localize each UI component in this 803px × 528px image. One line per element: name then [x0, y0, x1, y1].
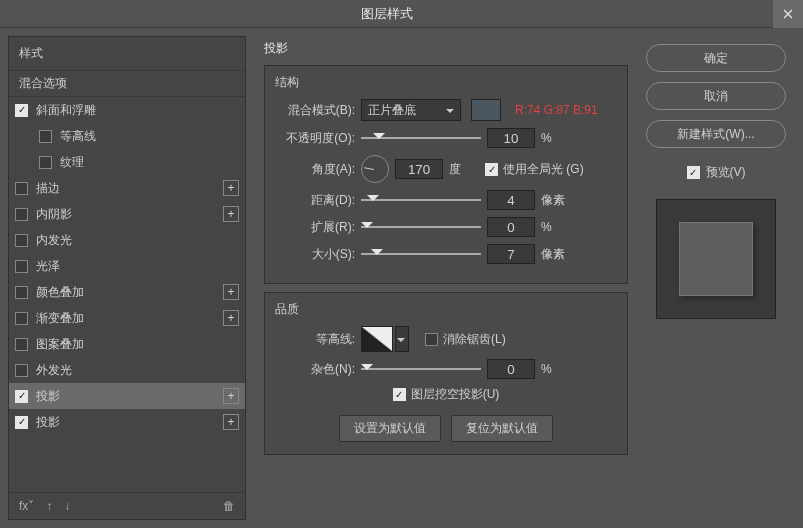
- style-checkbox[interactable]: [39, 130, 52, 143]
- style-checkbox[interactable]: [15, 234, 28, 247]
- distance-slider[interactable]: [361, 192, 481, 208]
- style-item-12[interactable]: 投影+: [9, 409, 245, 435]
- set-default-button[interactable]: 设置为默认值: [339, 415, 441, 442]
- contour-label: 等高线:: [275, 331, 355, 348]
- style-item-8[interactable]: 渐变叠加+: [9, 305, 245, 331]
- style-label: 内发光: [36, 232, 239, 249]
- style-label: 斜面和浮雕: [36, 102, 239, 119]
- style-label: 外发光: [36, 362, 239, 379]
- style-item-2[interactable]: 纹理: [9, 149, 245, 175]
- color-info: R:74 G:87 B:91: [515, 103, 598, 117]
- size-label: 大小(S):: [275, 246, 355, 263]
- style-label: 描边: [36, 180, 223, 197]
- angle-dial[interactable]: [361, 155, 389, 183]
- add-effect-icon[interactable]: +: [223, 310, 239, 326]
- style-checkbox[interactable]: [39, 156, 52, 169]
- contour-dropdown[interactable]: [395, 326, 409, 352]
- noise-label: 杂色(N):: [275, 361, 355, 378]
- preview-checkbox[interactable]: 预览(V): [646, 164, 786, 181]
- contour-picker[interactable]: [361, 326, 393, 352]
- style-item-7[interactable]: 颜色叠加+: [9, 279, 245, 305]
- add-effect-icon[interactable]: +: [223, 284, 239, 300]
- ok-button[interactable]: 确定: [646, 44, 786, 72]
- style-label: 投影: [36, 388, 223, 405]
- dialog-title: 图层样式: [0, 5, 773, 23]
- style-label: 投影: [36, 414, 223, 431]
- noise-slider[interactable]: [361, 361, 481, 377]
- style-label: 图案叠加: [36, 336, 239, 353]
- opacity-label: 不透明度(O):: [275, 130, 355, 147]
- style-item-5[interactable]: 内发光: [9, 227, 245, 253]
- style-item-1[interactable]: 等高线: [9, 123, 245, 149]
- style-checkbox[interactable]: [15, 286, 28, 299]
- blend-mode-label: 混合模式(B):: [275, 102, 355, 119]
- distance-unit: 像素: [541, 192, 571, 209]
- structure-group: 结构 混合模式(B): 正片叠底 R:74 G:87 B:91 不透明度(O):…: [264, 65, 628, 284]
- fx-icon[interactable]: fx˅: [19, 499, 34, 513]
- style-item-10[interactable]: 外发光: [9, 357, 245, 383]
- preview-swatch: [679, 222, 753, 296]
- distance-label: 距离(D):: [275, 192, 355, 209]
- spread-slider[interactable]: [361, 219, 481, 235]
- quality-group: 品质 等高线: 消除锯齿(L) 杂色(N): % 图层挖空投影(U): [264, 292, 628, 455]
- distance-input[interactable]: [487, 190, 535, 210]
- global-light-checkbox[interactable]: 使用全局光 (G): [485, 161, 584, 178]
- style-checkbox[interactable]: [15, 416, 28, 429]
- style-checkbox[interactable]: [15, 312, 28, 325]
- style-checkbox[interactable]: [15, 390, 28, 403]
- angle-label: 角度(A):: [275, 161, 355, 178]
- style-label: 等高线: [60, 128, 239, 145]
- style-label: 颜色叠加: [36, 284, 223, 301]
- angle-unit: 度: [449, 161, 479, 178]
- spread-label: 扩展(R):: [275, 219, 355, 236]
- style-checkbox[interactable]: [15, 364, 28, 377]
- antialias-checkbox[interactable]: 消除锯齿(L): [425, 331, 506, 348]
- style-label: 光泽: [36, 258, 239, 275]
- add-effect-icon[interactable]: +: [223, 414, 239, 430]
- opacity-slider[interactable]: [361, 130, 481, 146]
- blend-label: 混合选项: [19, 75, 239, 92]
- noise-input[interactable]: [487, 359, 535, 379]
- angle-input[interactable]: [395, 159, 443, 179]
- add-effect-icon[interactable]: +: [223, 388, 239, 404]
- style-checkbox[interactable]: [15, 208, 28, 221]
- add-effect-icon[interactable]: +: [223, 180, 239, 196]
- opacity-unit: %: [541, 131, 571, 145]
- spread-input[interactable]: [487, 217, 535, 237]
- add-effect-icon[interactable]: +: [223, 206, 239, 222]
- up-icon[interactable]: ↑: [46, 499, 52, 513]
- style-label: 渐变叠加: [36, 310, 223, 327]
- style-item-11[interactable]: 投影+: [9, 383, 245, 409]
- trash-icon[interactable]: 🗑: [223, 499, 235, 513]
- blend-mode-dropdown[interactable]: 正片叠底: [361, 99, 461, 121]
- spread-unit: %: [541, 220, 571, 234]
- opacity-input[interactable]: [487, 128, 535, 148]
- close-button[interactable]: [773, 0, 803, 28]
- styles-panel: 样式 混合选项 斜面和浮雕等高线纹理描边+内阴影+内发光光泽颜色叠加+渐变叠加+…: [8, 36, 246, 520]
- knockout-checkbox[interactable]: 图层挖空投影(U): [393, 386, 500, 403]
- color-swatch[interactable]: [471, 99, 501, 121]
- styles-header: 样式: [9, 37, 245, 71]
- size-input[interactable]: [487, 244, 535, 264]
- style-checkbox[interactable]: [15, 104, 28, 117]
- new-style-button[interactable]: 新建样式(W)...: [646, 120, 786, 148]
- down-icon[interactable]: ↓: [64, 499, 70, 513]
- preview-box: [656, 199, 776, 319]
- style-item-6[interactable]: 光泽: [9, 253, 245, 279]
- style-label: 纹理: [60, 154, 239, 171]
- close-icon: [783, 9, 793, 19]
- style-checkbox[interactable]: [15, 260, 28, 273]
- section-title: 投影: [256, 36, 636, 61]
- style-item-0[interactable]: 斜面和浮雕: [9, 97, 245, 123]
- reset-default-button[interactable]: 复位为默认值: [451, 415, 553, 442]
- style-label: 内阴影: [36, 206, 223, 223]
- size-unit: 像素: [541, 246, 571, 263]
- style-checkbox[interactable]: [15, 338, 28, 351]
- style-item-9[interactable]: 图案叠加: [9, 331, 245, 357]
- style-checkbox[interactable]: [15, 182, 28, 195]
- style-item-3[interactable]: 描边+: [9, 175, 245, 201]
- blend-options[interactable]: 混合选项: [9, 71, 245, 97]
- style-item-4[interactable]: 内阴影+: [9, 201, 245, 227]
- size-slider[interactable]: [361, 246, 481, 262]
- cancel-button[interactable]: 取消: [646, 82, 786, 110]
